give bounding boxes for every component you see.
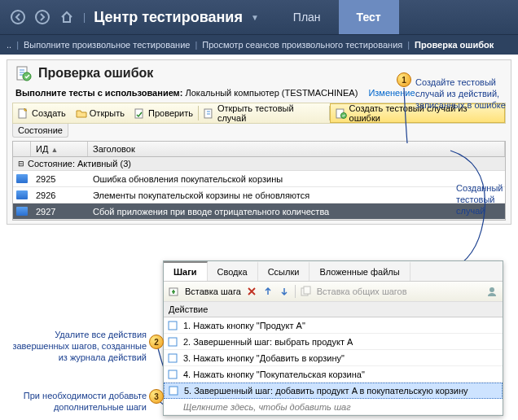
- step-icon: [167, 370, 178, 379]
- move-up-icon[interactable]: [262, 286, 274, 297]
- callout-1: 1: [397, 72, 411, 87]
- svg-rect-17: [169, 387, 178, 395]
- shared-steps-icon[interactable]: [301, 286, 312, 297]
- tab-summary[interactable]: Сводка: [208, 261, 258, 281]
- svg-point-12: [489, 287, 494, 292]
- svg-rect-13: [169, 322, 177, 330]
- step-icon: [167, 337, 178, 347]
- step-row[interactable]: 4. Нажать кнопку "Покупательская корзина…: [164, 366, 503, 383]
- user-icon[interactable]: [486, 286, 498, 297]
- steps-toolbar: Вставка шага Вставка общих шагов: [164, 282, 503, 302]
- tab-links[interactable]: Ссылки: [258, 261, 310, 281]
- move-down-icon[interactable]: [279, 286, 290, 297]
- add-step-row[interactable]: Щелкните здесь, чтобы добавить шаг: [164, 399, 503, 415]
- annotation-2: Удалите все действия завершенных шагов, …: [8, 330, 147, 363]
- tab-steps[interactable]: Шаги: [164, 261, 208, 281]
- steps-tabs: Шаги Сводка Ссылки Вложенные файлы: [164, 261, 503, 282]
- insert-step-icon[interactable]: [169, 286, 180, 297]
- svg-rect-16: [169, 370, 177, 378]
- step-row[interactable]: 1. Нажать кнопку "Продукт A": [164, 317, 503, 334]
- step-icon: [167, 321, 178, 330]
- svg-rect-15: [169, 354, 177, 362]
- svg-rect-14: [169, 338, 177, 346]
- steps-col-action: Действие: [164, 302, 503, 317]
- svg-rect-11: [304, 287, 310, 294]
- step-icon: [167, 353, 178, 363]
- test-steps-panel: Шаги Сводка Ссылки Вложенные файлы Встав…: [163, 260, 503, 416]
- annotation-3: При необходимости добавьте дополнительны…: [8, 391, 147, 413]
- step-icon: [168, 386, 179, 396]
- callout-3: 3: [149, 389, 164, 404]
- insert-step-button[interactable]: Вставка шага: [185, 287, 241, 296]
- annotation-1: Создайте тестовый случай из действий, за…: [415, 77, 513, 111]
- insert-shared-button[interactable]: Вставка общих шагов: [317, 287, 407, 296]
- tab-attachments[interactable]: Вложенные файлы: [309, 261, 410, 281]
- step-row[interactable]: 3. Нажать кнопку "Добавить в корзину": [164, 350, 503, 366]
- step-row[interactable]: 2. Завершенный шаг: выбрать продукт A: [164, 334, 503, 350]
- delete-step-icon[interactable]: [246, 286, 257, 297]
- step-row-selected[interactable]: 5. Завершенный шаг: добавить продукт A в…: [164, 383, 503, 399]
- callout-2: 2: [149, 335, 164, 349]
- annotation-created: Созданный тестовый случай: [456, 183, 513, 217]
